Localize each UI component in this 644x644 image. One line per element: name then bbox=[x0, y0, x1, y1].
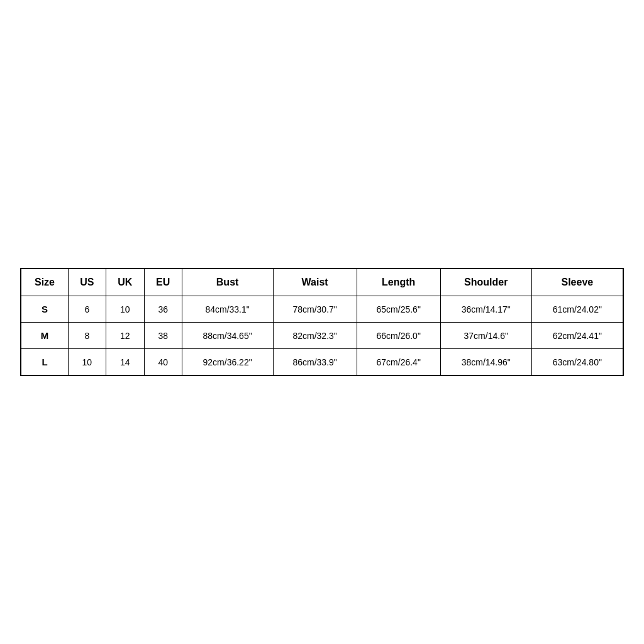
cell-sleeve-m: 62cm/24.41" bbox=[531, 323, 623, 349]
cell-sleeve-s: 61cm/24.02" bbox=[531, 296, 623, 323]
header-eu: EU bbox=[144, 269, 182, 296]
cell-bust-s: 84cm/33.1" bbox=[182, 296, 273, 323]
cell-uk-m: 12 bbox=[106, 323, 144, 349]
cell-waist-m: 82cm/32.3" bbox=[273, 323, 357, 349]
cell-eu-s: 36 bbox=[144, 296, 182, 323]
header-bust: Bust bbox=[182, 269, 273, 296]
cell-waist-l: 86cm/33.9" bbox=[273, 349, 357, 376]
cell-shoulder-l: 38cm/14.96" bbox=[440, 349, 531, 376]
cell-length-s: 65cm/25.6" bbox=[357, 296, 440, 323]
header-us: US bbox=[68, 269, 106, 296]
cell-waist-s: 78cm/30.7" bbox=[273, 296, 357, 323]
header-uk: UK bbox=[106, 269, 144, 296]
cell-size-l: L bbox=[21, 349, 68, 376]
size-chart-container: Size US UK EU Bust Waist Length Shoulder… bbox=[20, 268, 624, 376]
cell-us-l: 10 bbox=[68, 349, 106, 376]
header-sleeve: Sleeve bbox=[531, 269, 623, 296]
cell-bust-l: 92cm/36.22" bbox=[182, 349, 273, 376]
table-row: M 8 12 38 88cm/34.65" 82cm/32.3" 66cm/26… bbox=[21, 323, 623, 349]
header-length: Length bbox=[357, 269, 440, 296]
cell-length-l: 67cm/26.4" bbox=[357, 349, 440, 376]
header-waist: Waist bbox=[273, 269, 357, 296]
cell-size-s: S bbox=[21, 296, 68, 323]
header-shoulder: Shoulder bbox=[440, 269, 531, 296]
table-header-row: Size US UK EU Bust Waist Length Shoulder… bbox=[21, 269, 623, 296]
cell-us-m: 8 bbox=[68, 323, 106, 349]
cell-uk-l: 14 bbox=[106, 349, 144, 376]
cell-bust-m: 88cm/34.65" bbox=[182, 323, 273, 349]
cell-sleeve-l: 63cm/24.80" bbox=[531, 349, 623, 376]
cell-us-s: 6 bbox=[68, 296, 106, 323]
header-size: Size bbox=[21, 269, 68, 296]
cell-uk-s: 10 bbox=[106, 296, 144, 323]
cell-size-m: M bbox=[21, 323, 68, 349]
cell-eu-m: 38 bbox=[144, 323, 182, 349]
cell-shoulder-m: 37cm/14.6" bbox=[440, 323, 531, 349]
cell-eu-l: 40 bbox=[144, 349, 182, 376]
table-row: S 6 10 36 84cm/33.1" 78cm/30.7" 65cm/25.… bbox=[21, 296, 623, 323]
cell-shoulder-s: 36cm/14.17" bbox=[440, 296, 531, 323]
table-row: L 10 14 40 92cm/36.22" 86cm/33.9" 67cm/2… bbox=[21, 349, 623, 376]
size-chart-table: Size US UK EU Bust Waist Length Shoulder… bbox=[20, 268, 624, 376]
cell-length-m: 66cm/26.0" bbox=[357, 323, 440, 349]
